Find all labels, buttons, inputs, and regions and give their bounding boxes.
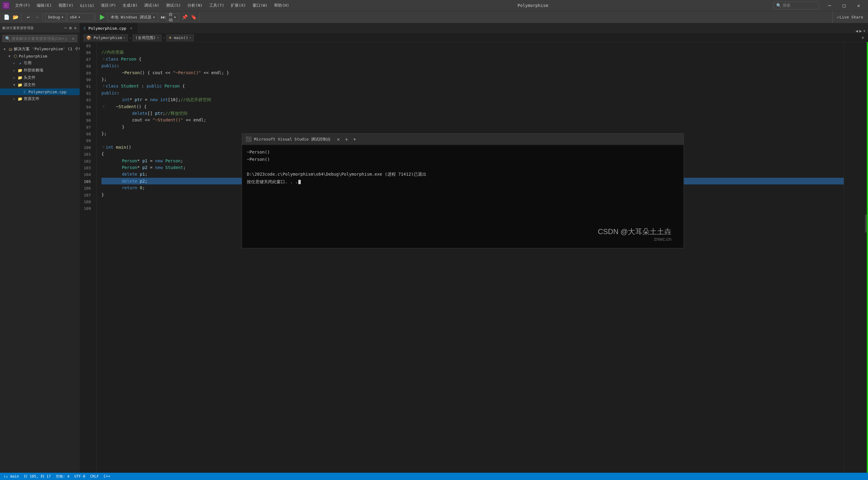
- menu-item-b[interactable]: 生成(B): [120, 1, 141, 9]
- debug-target-dropdown[interactable]: 本地 Windows 调试器 ▾: [107, 13, 158, 21]
- token-plain: cout <<: [101, 117, 153, 123]
- watermark-line1: CSDN @大耳朵土土垚: [598, 227, 672, 236]
- tree-item-3[interactable]: ▷📁外部依赖项: [0, 67, 80, 74]
- fold-btn-91[interactable]: ▽: [101, 84, 106, 89]
- tab-scroll-right[interactable]: ▶: [859, 29, 862, 33]
- menu-item-n[interactable]: 分析(N): [184, 1, 205, 9]
- global-search-box[interactable]: 🔍 搜索: [774, 1, 819, 9]
- line-num-88: 88: [80, 63, 94, 70]
- search-close-icon[interactable]: ✕: [72, 36, 74, 41]
- watch-dropdown[interactable]: 自动 ▾: [166, 13, 179, 21]
- line-num-91: 91: [80, 83, 94, 90]
- menu-item-e[interactable]: 编辑(E): [34, 1, 55, 9]
- menu-item-w[interactable]: 窗口(W): [250, 1, 271, 9]
- code-line-90: };: [101, 76, 844, 83]
- tree-item-4[interactable]: ▷📁头文件: [0, 74, 80, 81]
- menu-item-s[interactable]: 测试(S): [163, 1, 184, 9]
- token-kw: return: [122, 185, 137, 191]
- title-bar-menus: 文件(F)编辑(E)视图(V)Git(G)项目(P)生成(B)调试(A)测试(S…: [12, 1, 292, 9]
- title-bar: 文件(F)编辑(E)视图(V)Git(G)项目(P)生成(B)调试(A)测试(S…: [0, 0, 868, 11]
- code-editor[interactable]: //内存泄漏▽class Person {public: ~Person() {…: [97, 42, 844, 473]
- live-share-button[interactable]: ↗ Live Share: [833, 11, 867, 23]
- sidebar-settings-button[interactable]: ⚙: [68, 25, 72, 31]
- solution-search-input[interactable]: [11, 36, 72, 41]
- console-new-tab-button[interactable]: +: [344, 136, 349, 142]
- menu-item-p[interactable]: 项目(P): [98, 1, 119, 9]
- menu-item-v[interactable]: 视图(V): [55, 1, 76, 9]
- tab-polymorphism-cpp[interactable]: C Polymorphism.cpp ✕: [80, 23, 137, 33]
- breadcrumb-project-label: Polymorphism: [94, 35, 122, 40]
- sidebar-close-button[interactable]: ✕: [73, 25, 77, 31]
- line-num-99: 99: [80, 137, 94, 144]
- code-line-87: ▽class Person {: [101, 56, 844, 62]
- tree-item-1[interactable]: ▼⬡Polymorphism: [0, 53, 80, 59]
- bookmark-button[interactable]: 🔖: [190, 13, 198, 22]
- token-plain: [118, 83, 121, 89]
- status-item-3: UTF-8: [74, 474, 85, 479]
- breadcrumb-scope-dropdown[interactable]: (全局范围) ▾: [133, 34, 162, 41]
- token-class-name: Student: [165, 164, 183, 171]
- tree-item-2[interactable]: ▷↗引用: [0, 59, 80, 67]
- token-kw: new: [155, 164, 163, 171]
- window-title: Polymorphism: [295, 3, 771, 8]
- menu-item-x[interactable]: 扩展(X): [228, 1, 249, 9]
- toolbar-file-group: 📄 📂: [1, 13, 22, 22]
- tree-item-0[interactable]: ▼🗂解决方案 'Polymorphism' (1 个项目,: [0, 45, 80, 53]
- fold-btn-87[interactable]: ▽: [101, 57, 106, 61]
- console-line-2: [247, 163, 679, 170]
- breadcrumb-add-button[interactable]: +: [861, 35, 864, 40]
- token-class-name: Student: [121, 83, 139, 89]
- line-num-85: 85: [80, 43, 94, 50]
- token-kw: delete: [132, 110, 148, 117]
- live-share-label: Live Share: [840, 15, 863, 20]
- menu-item-t[interactable]: 工具(T): [206, 1, 227, 9]
- breadcrumb-project-dropdown[interactable]: 📦 Polymorphism ▾: [84, 34, 128, 41]
- tab-controls: ◀ ▶ ▾: [853, 29, 868, 33]
- undo-button[interactable]: ↩: [24, 13, 32, 22]
- tree-arrow-0: ▼: [2, 47, 7, 51]
- token-plain: ;: [145, 171, 147, 178]
- token-plain: [118, 56, 121, 62]
- close-button[interactable]: ✕: [851, 1, 866, 10]
- breadcrumb-symbol-dropdown[interactable]: ⊕ main() ▾: [166, 34, 194, 41]
- pin-button[interactable]: 📌: [181, 13, 189, 22]
- debug-configuration-dropdown[interactable]: Debug ▾: [45, 13, 66, 21]
- tree-item-7[interactable]: ▷📁资源文件: [0, 95, 80, 102]
- title-bar-right: 🔍 搜索 ─ □ ✕: [774, 1, 866, 10]
- editor-tabs: C Polymorphism.cpp ✕ ◀ ▶ ▾: [80, 23, 868, 34]
- solution-search-box[interactable]: 🔍 ✕: [2, 35, 77, 42]
- console-header: ⬛ Microsoft Visual Studio 调试控制台 ✕ + ▾: [242, 133, 684, 145]
- sidebar-header: 解决方案资源管理器 ─ ⚙ ✕: [0, 23, 80, 33]
- modification-indicator: [867, 42, 868, 473]
- tab-overflow-button[interactable]: ▾: [863, 29, 866, 33]
- tab-close-button[interactable]: ✕: [129, 26, 133, 31]
- tree-item-6[interactable]: CPolymorphism.cpp: [0, 89, 80, 95]
- tree-item-5[interactable]: ▼📁源文件: [0, 81, 80, 89]
- search-label: 搜索: [783, 3, 790, 8]
- sidebar-pin-button[interactable]: ─: [64, 25, 67, 31]
- line-num-90: 90: [80, 76, 94, 83]
- minimize-button[interactable]: ─: [823, 1, 837, 10]
- menu-item-a[interactable]: 调试(A): [141, 1, 162, 9]
- minimap: [844, 42, 868, 473]
- console-close-button[interactable]: ✕: [336, 136, 341, 142]
- fold-btn-100[interactable]: ▽: [101, 145, 106, 149]
- fold-btn-94[interactable]: ▽: [101, 104, 106, 109]
- menu-item-h[interactable]: 帮助(H): [271, 1, 292, 9]
- line-num-95: 95: [80, 110, 94, 117]
- restore-button[interactable]: □: [837, 1, 851, 10]
- tree-arrow-7: ▷: [12, 97, 17, 101]
- menu-item-gitg[interactable]: Git(G): [77, 2, 97, 9]
- console-dropdown-button[interactable]: ▾: [352, 136, 358, 142]
- line-num-100: 100: [80, 145, 94, 151]
- new-file-button[interactable]: 📄: [2, 13, 11, 22]
- token-plain: <<: [163, 69, 173, 76]
- token-kw: delete: [122, 171, 137, 178]
- menu-item-f[interactable]: 文件(F): [12, 1, 33, 9]
- tab-scroll-left[interactable]: ◀: [856, 29, 858, 33]
- open-file-button[interactable]: 📂: [11, 13, 20, 22]
- line-num-97: 97: [80, 124, 94, 131]
- start-debugging-button[interactable]: [98, 13, 106, 22]
- platform-dropdown[interactable]: x64 ▾: [67, 13, 94, 21]
- redo-button[interactable]: ↪: [33, 13, 41, 22]
